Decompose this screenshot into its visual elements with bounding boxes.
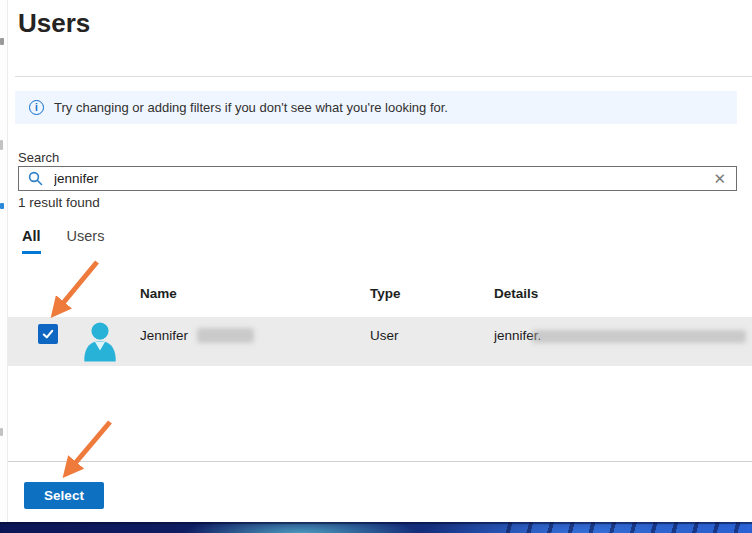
search-box[interactable]: ✕	[18, 166, 737, 191]
column-header-type: Type	[370, 286, 401, 301]
desktop-wallpaper-strip	[0, 522, 752, 533]
search-input[interactable]	[54, 171, 711, 186]
column-header-details: Details	[494, 286, 538, 301]
info-icon: i	[29, 100, 44, 115]
table-row[interactable]: Jennifer User jennifer.	[8, 317, 752, 366]
redacted-surname	[197, 328, 254, 343]
clear-search-icon[interactable]: ✕	[711, 171, 728, 186]
window-edge-fragment	[0, 38, 4, 45]
select-button[interactable]: Select	[24, 482, 104, 509]
background-window-edge	[0, 0, 8, 522]
tab-users[interactable]: Users	[67, 228, 105, 254]
result-tabs: All Users	[22, 228, 104, 254]
annotation-arrows	[0, 0, 752, 533]
column-header-name: Name	[140, 286, 177, 301]
info-banner-text: Try changing or adding filters if you do…	[54, 100, 448, 115]
cell-type: User	[370, 328, 399, 343]
cell-name: Jennifer	[140, 328, 188, 343]
footer-divider	[8, 461, 752, 462]
search-label: Search	[18, 150, 59, 165]
check-icon	[41, 327, 55, 341]
results-count: 1 result found	[18, 195, 100, 210]
annotation-arrow-select-button	[66, 422, 110, 474]
info-banner: i Try changing or adding filters if you …	[15, 91, 737, 124]
tab-all[interactable]: All	[22, 228, 41, 254]
page-title: Users	[18, 8, 90, 39]
window-edge-fragment	[0, 428, 3, 436]
row-checkbox[interactable]	[38, 324, 58, 344]
window-edge-fragment	[0, 140, 3, 150]
search-icon	[28, 171, 43, 186]
users-picker-blade: Users i Try changing or adding filters i…	[0, 0, 752, 533]
window-edge-fragment	[0, 203, 4, 209]
title-divider	[15, 76, 752, 77]
annotation-arrow-checkbox	[54, 262, 97, 314]
redacted-email	[532, 330, 746, 343]
user-avatar-icon	[81, 321, 119, 367]
